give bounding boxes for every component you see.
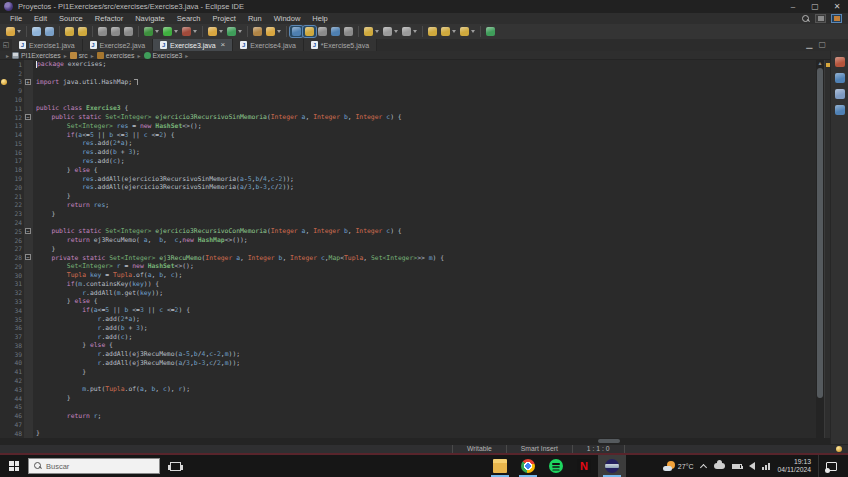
code-line[interactable]: 13 Set<Integer> res = new HashSet<>(); [0, 121, 848, 130]
quick-access-search-icon[interactable] [802, 15, 810, 23]
fold-expanded-icon[interactable]: − [25, 254, 31, 260]
java-perspective-button[interactable] [831, 14, 842, 23]
undo-icon[interactable] [63, 26, 76, 37]
code-line[interactable]: 26 return ej3RecuMemo( a, b, c,new HashM… [0, 236, 848, 245]
pin-editor-icon[interactable] [109, 26, 122, 37]
new-wizard-icon[interactable] [4, 26, 23, 37]
code-line[interactable]: 44 } [0, 394, 848, 403]
toggle-comment-icon[interactable] [329, 26, 342, 37]
breadcrumb-item-pi1exercises[interactable]: PI1Exercises [12, 52, 61, 59]
minimize-view-icon[interactable]: ▁ [806, 41, 812, 49]
code-line[interactable]: 33 } else { [0, 297, 848, 306]
code-line[interactable]: 9 [0, 86, 848, 95]
taskbar-app-spotify[interactable] [542, 455, 570, 477]
save-icon[interactable] [30, 26, 43, 37]
taskbar-app-netflix[interactable]: N [570, 455, 598, 477]
code-line[interactable]: 16 res.add(b + 3); [0, 148, 848, 157]
code-line[interactable]: 17 res.add(c); [0, 157, 848, 166]
clear-console-icon[interactable] [122, 26, 135, 37]
code-line[interactable]: 12− public static Set<Integer> ejercicio… [0, 113, 848, 122]
fold-gutter[interactable]: + [24, 78, 33, 87]
code-line[interactable]: 31 if(m.containsKey(key)) { [0, 280, 848, 289]
code-line[interactable]: 27 } [0, 244, 848, 253]
code-line[interactable]: 45 [0, 402, 848, 411]
taskbar-search-input[interactable]: Buscar [28, 458, 160, 474]
restore-view-icon[interactable] [835, 57, 845, 67]
debug-icon[interactable] [142, 26, 161, 37]
code-line[interactable]: 11public class Exercise3 { [0, 104, 848, 113]
tab-exercise4java[interactable]: JExercise4.java [233, 39, 304, 51]
prev-annotation-icon[interactable] [400, 26, 419, 37]
scroll-up-icon[interactable]: ▲ [817, 60, 823, 67]
menu-edit[interactable]: Edit [28, 13, 53, 24]
code-line[interactable]: 34 if(a<=5 || b <=3 || c <=2) { [0, 306, 848, 315]
code-line[interactable]: 22 return res; [0, 201, 848, 210]
tab-exercise5java[interactable]: J*Exercise5.java [304, 39, 377, 51]
code-line[interactable]: 47 [0, 420, 848, 429]
redo-icon[interactable] [76, 26, 89, 37]
save-all-icon[interactable] [43, 26, 56, 37]
menu-navigate[interactable]: Navigate [129, 13, 171, 24]
menu-run[interactable]: Run [242, 13, 268, 24]
vertical-scrollbar-thumb[interactable] [817, 68, 823, 398]
menu-file[interactable]: File [4, 13, 28, 24]
run-icon[interactable] [161, 26, 180, 37]
start-button[interactable] [0, 455, 28, 477]
coverage-icon[interactable] [180, 26, 199, 37]
network-icon[interactable] [762, 463, 770, 470]
warning-icon[interactable] [0, 78, 9, 86]
breadcrumb-item-exercises[interactable]: exercises [97, 52, 135, 59]
close-tab-icon[interactable]: × [221, 41, 226, 49]
code-line[interactable]: 14 if(a<=5 || b <=3 || c <=2) { [0, 130, 848, 139]
code-line[interactable]: 23 } [0, 209, 848, 218]
open-console-icon[interactable] [96, 26, 109, 37]
horizontal-scrollbar-thumb[interactable] [598, 439, 620, 443]
code-editor[interactable]: 1package exercises;23+import java.util.H… [0, 60, 848, 438]
menu-refactor[interactable]: Refactor [89, 13, 129, 24]
code-line[interactable]: 15 res.add(2*a); [0, 139, 848, 148]
back-icon[interactable] [439, 26, 458, 37]
menu-window[interactable]: Window [268, 13, 307, 24]
last-edit-location-icon[interactable] [426, 26, 439, 37]
volume-icon[interactable] [749, 462, 755, 470]
menu-source[interactable]: Source [53, 13, 89, 24]
code-line[interactable]: 32 r.addAll(m.get(key)); [0, 288, 848, 297]
menu-project[interactable]: Project [207, 13, 242, 24]
next-annotation-icon[interactable] [381, 26, 400, 37]
fold-expanded-icon[interactable]: − [25, 228, 31, 234]
code-line[interactable]: 21 } [0, 192, 848, 201]
code-line[interactable]: 48} [0, 429, 848, 438]
action-center-button[interactable] [818, 455, 844, 477]
maximize-button[interactable]: ▢ [804, 0, 826, 13]
new-interface-icon[interactable] [225, 26, 244, 37]
breadcrumb-item-src[interactable]: src [70, 52, 88, 59]
javadoc-icon[interactable] [835, 89, 845, 99]
minimize-button[interactable]: – [782, 0, 804, 13]
code-line[interactable]: 40 r.addAll(ej3RecuMemo(a/3,b-3,c/2,m)); [0, 359, 848, 368]
fold-collapsed-icon[interactable]: + [25, 79, 31, 85]
weather-widget[interactable]: 27°C [663, 461, 694, 471]
menu-search[interactable]: Search [171, 13, 207, 24]
open-task-icon[interactable] [264, 26, 283, 37]
forward-icon[interactable] [458, 26, 477, 37]
chevron-up-icon[interactable] [700, 463, 707, 470]
code-line[interactable]: 18 } else { [0, 165, 848, 174]
code-line[interactable]: 19 res.addAll(ejercicio3RecursivoSinMemo… [0, 174, 848, 183]
taskbar-app-chrome[interactable] [514, 455, 542, 477]
code-line[interactable]: 28− private static Set<Integer> ej3RecuM… [0, 253, 848, 262]
code-line[interactable]: 24 [0, 218, 848, 227]
open-perspective-icon[interactable] [484, 26, 497, 37]
code-line[interactable]: 38 } else { [0, 341, 848, 350]
taskbar-app-eclipse[interactable] [598, 455, 626, 477]
battery-icon[interactable] [732, 464, 742, 469]
code-line[interactable]: 43 m.put(Tupla.of(a, b, c), r); [0, 385, 848, 394]
taskbar-app-file-explorer[interactable] [486, 455, 514, 477]
code-line[interactable]: 3+import java.util.HashMap; [0, 78, 848, 87]
open-perspective-button[interactable] [815, 14, 826, 23]
code-line[interactable]: 2 [0, 69, 848, 78]
code-line[interactable]: 10 [0, 95, 848, 104]
task-view-button[interactable] [160, 455, 190, 477]
fold-expanded-icon[interactable]: − [25, 114, 31, 120]
code-line[interactable]: 20 res.addAll(ejercicio3RecursivoSinMemo… [0, 183, 848, 192]
notification-bulb-icon[interactable] [836, 446, 842, 452]
